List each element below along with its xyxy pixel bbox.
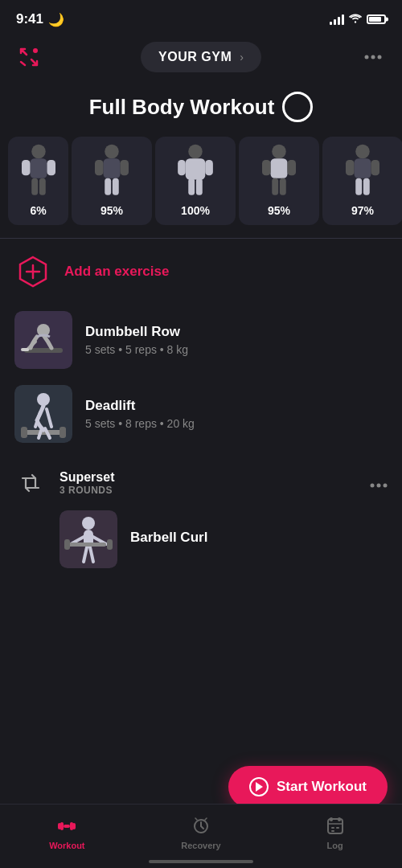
svg-rect-5 bbox=[30, 158, 47, 178]
muscle-group-scroll[interactable]: 6% 95% 100% bbox=[0, 130, 402, 238]
superset-more-button[interactable] bbox=[370, 475, 388, 492]
svg-rect-19 bbox=[205, 160, 213, 175]
play-triangle-icon bbox=[256, 782, 263, 792]
wifi-icon bbox=[349, 13, 362, 26]
svg-rect-70 bbox=[330, 817, 333, 821]
svg-point-3 bbox=[377, 55, 381, 59]
more-options-button[interactable] bbox=[359, 43, 388, 72]
exercise-thumb-dumbbell-row bbox=[14, 311, 72, 369]
signal-bars-icon bbox=[330, 14, 344, 25]
gym-selector-button[interactable]: YOUR GYM › bbox=[141, 42, 261, 72]
svg-rect-7 bbox=[47, 160, 55, 175]
nav-item-log[interactable]: Log bbox=[303, 815, 367, 850]
superset-label: Superset bbox=[59, 470, 357, 485]
header-nav: YOUR GYM › bbox=[0, 35, 402, 79]
status-bar: 9:41 🌙 bbox=[0, 0, 402, 35]
muscle-card-2[interactable]: 95% bbox=[72, 137, 152, 225]
moon-icon: 🌙 bbox=[48, 12, 64, 27]
exercise-details-dumbbell-row: 5 sets • 5 reps • 8 kg bbox=[85, 343, 388, 356]
superset-header: Superset 3 ROUNDS bbox=[14, 467, 388, 506]
superset-rounds: 3 ROUNDS bbox=[59, 485, 357, 496]
workout-title-text: Full Body Workout bbox=[89, 95, 275, 120]
add-exercise-label: Add an exercise bbox=[64, 264, 169, 280]
superset-section: Superset 3 ROUNDS bbox=[0, 451, 402, 568]
svg-point-2 bbox=[371, 55, 375, 59]
add-exercise-row[interactable]: Add an exercise bbox=[14, 239, 388, 303]
exercise-thumb-deadlift bbox=[14, 385, 72, 443]
log-nav-icon bbox=[324, 815, 347, 837]
nav-item-workout[interactable]: Workout bbox=[35, 815, 99, 850]
chevron-right-icon: › bbox=[240, 51, 244, 63]
svg-point-4 bbox=[31, 145, 46, 159]
svg-rect-33 bbox=[363, 178, 370, 195]
svg-rect-67 bbox=[72, 823, 76, 829]
svg-rect-8 bbox=[31, 178, 38, 195]
svg-rect-30 bbox=[346, 160, 355, 175]
svg-rect-9 bbox=[39, 178, 45, 195]
svg-rect-29 bbox=[355, 158, 371, 178]
battery-icon bbox=[367, 14, 386, 24]
workout-title-section: Full Body Workout bbox=[0, 79, 402, 130]
exercise-details-deadlift: 5 sets • 8 reps • 20 kg bbox=[85, 417, 388, 430]
svg-point-28 bbox=[355, 145, 370, 159]
superset-exercise-name: Barbell Curl bbox=[130, 530, 388, 546]
svg-rect-63 bbox=[64, 825, 70, 828]
superset-exercise-info: Barbell Curl bbox=[130, 530, 388, 549]
nav-label-workout: Workout bbox=[49, 841, 84, 850]
muscle-card-4[interactable]: 95% bbox=[239, 137, 319, 225]
muscle-card-1[interactable]: 6% bbox=[8, 137, 68, 225]
svg-point-1 bbox=[364, 55, 368, 59]
exercise-item-deadlift[interactable]: Deadlift 5 sets • 8 reps • 20 kg bbox=[14, 377, 388, 451]
exercise-item-dumbbell-row[interactable]: Dumbbell Row 5 sets • 5 reps • 8 kg bbox=[14, 303, 388, 377]
muscle-card-5[interactable]: 97% bbox=[322, 137, 402, 225]
svg-rect-73 bbox=[331, 827, 334, 829]
superset-thumb-barbell-curl bbox=[59, 510, 117, 568]
muscle-pct-5: 97% bbox=[351, 204, 374, 217]
exercise-info-deadlift: Deadlift 5 sets • 8 reps • 20 kg bbox=[85, 398, 388, 430]
expand-icon[interactable] bbox=[14, 43, 43, 72]
svg-rect-12 bbox=[95, 160, 104, 175]
exercise-name-deadlift: Deadlift bbox=[85, 398, 388, 414]
svg-rect-74 bbox=[336, 827, 339, 829]
status-icons bbox=[330, 13, 386, 26]
svg-rect-32 bbox=[355, 178, 362, 195]
add-exercise-icon bbox=[14, 253, 51, 290]
exercise-list: Add an exercise Dumbbell Row 5 set bbox=[0, 239, 402, 451]
svg-rect-61 bbox=[64, 539, 70, 550]
superset-repeat-icon bbox=[14, 467, 47, 499]
muscle-pct-2: 95% bbox=[100, 204, 123, 217]
superset-info: Superset 3 ROUNDS bbox=[59, 470, 357, 496]
svg-rect-44 bbox=[59, 427, 66, 438]
svg-rect-6 bbox=[22, 160, 31, 175]
svg-point-10 bbox=[105, 145, 119, 159]
svg-rect-14 bbox=[105, 178, 111, 195]
svg-point-51 bbox=[377, 483, 381, 487]
svg-rect-75 bbox=[331, 830, 334, 832]
exercise-info-dumbbell-row: Dumbbell Row 5 sets • 5 reps • 8 kg bbox=[85, 324, 388, 356]
workout-nav-icon bbox=[55, 815, 78, 837]
nav-label-recovery: Recovery bbox=[181, 841, 221, 850]
recovery-nav-icon bbox=[190, 815, 212, 837]
svg-point-0 bbox=[33, 48, 38, 53]
home-indicator bbox=[149, 860, 253, 863]
svg-rect-40 bbox=[21, 348, 29, 351]
svg-rect-20 bbox=[188, 178, 195, 195]
svg-rect-15 bbox=[113, 178, 119, 195]
start-workout-button[interactable]: Start Workout bbox=[228, 766, 388, 808]
exercise-name-dumbbell-row: Dumbbell Row bbox=[85, 324, 388, 340]
svg-rect-36 bbox=[16, 313, 71, 367]
start-workout-label: Start Workout bbox=[277, 779, 367, 795]
superset-exercise-item[interactable]: Barbell Curl bbox=[14, 506, 388, 568]
svg-rect-23 bbox=[271, 158, 288, 178]
svg-rect-66 bbox=[58, 823, 61, 829]
muscle-pct-4: 95% bbox=[268, 204, 290, 217]
svg-rect-62 bbox=[107, 539, 113, 550]
workout-progress-circle bbox=[282, 92, 313, 122]
svg-rect-27 bbox=[280, 178, 286, 195]
muscle-card-3[interactable]: 100% bbox=[155, 137, 236, 225]
svg-rect-24 bbox=[262, 160, 271, 175]
svg-point-16 bbox=[188, 145, 203, 159]
gym-label: YOUR GYM bbox=[158, 50, 232, 64]
nav-item-recovery[interactable]: Recovery bbox=[169, 815, 233, 850]
bottom-nav: Workout Recovery Log bbox=[0, 804, 402, 868]
